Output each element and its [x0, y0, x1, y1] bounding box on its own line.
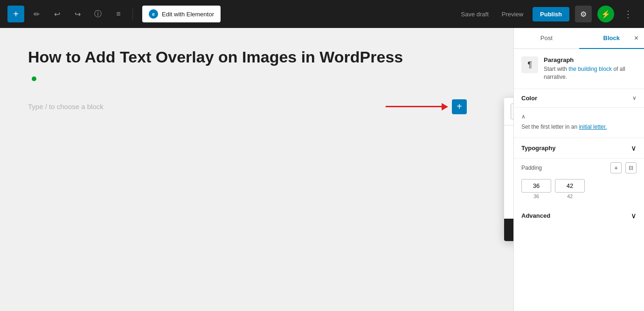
block-item-heading[interactable]: H Heading: [508, 173, 513, 211]
size-input-wrap-1: 36: [521, 179, 551, 199]
info-button[interactable]: ⓘ: [90, 6, 106, 22]
block-inserter-popup: ⌕ ¶ Paragraph [/] Shortcode: [504, 98, 513, 241]
tools-icon: ≡: [116, 10, 120, 18]
advanced-chevron-icon: ∨: [631, 211, 637, 220]
plus-icon: +: [13, 9, 19, 20]
save-draft-button[interactable]: Save draft: [457, 8, 492, 21]
plus-icon: +: [457, 101, 462, 112]
panel-content: ¶ Paragraph Start with the building bloc…: [514, 49, 644, 311]
block-info-section: ¶ Paragraph Start with the building bloc…: [514, 49, 644, 89]
tab-post[interactable]: Post: [514, 28, 579, 49]
drop-cap-description: Set the first letter in an initial lette…: [521, 124, 637, 130]
size-inputs-row: 36 42: [514, 177, 644, 205]
redo-button[interactable]: ↪: [69, 6, 86, 22]
performance-button[interactable]: ⚡: [597, 6, 614, 22]
post-title[interactable]: How to Add Text Overlay on Images in Wor…: [28, 47, 410, 88]
color-section: Color ∨: [514, 89, 644, 108]
undo-icon: ↩: [54, 10, 60, 19]
size-label-1: 36: [521, 194, 551, 199]
paragraph-block-icon: ¶: [521, 56, 538, 73]
edit-with-elementor-button[interactable]: e Edit with Elementor: [142, 6, 221, 22]
placeholder-text: Type / to choose a block: [28, 103, 104, 111]
undo-button[interactable]: ↩: [48, 6, 65, 22]
arrow-indicator: [386, 103, 448, 111]
status-dot: [32, 76, 36, 81]
block-placeholder-row: Type / to choose a block + ⌕: [28, 103, 485, 111]
highlight-text: the building block: [568, 66, 612, 72]
close-icon: ×: [634, 34, 638, 42]
typography-label-row[interactable]: Typography ∨: [514, 138, 644, 159]
color-section-title: Color: [521, 95, 537, 102]
panel-close-button[interactable]: ×: [634, 34, 638, 42]
add-block-inline-button[interactable]: +: [452, 99, 467, 114]
size-label-2: 42: [555, 194, 585, 199]
padding-row: Padding + ⊟: [514, 159, 644, 177]
block-item-paragraph[interactable]: ¶ Paragraph: [508, 133, 513, 171]
inserter-blocks-grid: ¶ Paragraph [/] Shortcode: [504, 125, 513, 219]
info-icon: ⓘ: [94, 9, 102, 19]
initial-letter-link[interactable]: initial letter.: [579, 124, 607, 130]
gear-icon: ⚙: [580, 10, 587, 19]
toolbar-right: Save draft Preview Publish ⚙ ⚡ ⋮: [457, 6, 637, 22]
size-input-wrap-2: 42: [555, 179, 585, 199]
search-input-wrap: ⌕: [511, 104, 513, 119]
pen-icon: ✏: [34, 10, 40, 19]
inserter-search-row: ⌕: [504, 98, 513, 125]
preview-button[interactable]: Preview: [498, 8, 527, 21]
size-input-2[interactable]: [555, 179, 585, 193]
toolbar-divider: [132, 8, 133, 20]
add-block-toolbar-button[interactable]: +: [7, 6, 24, 22]
advanced-section[interactable]: Advanced ∨: [514, 205, 644, 227]
tools-button[interactable]: ≡: [110, 6, 127, 22]
editor-area[interactable]: How to Add Text Overlay on Images in Wor…: [0, 28, 513, 311]
typography-section: ∧ Set the first letter in an initial let…: [514, 108, 644, 138]
publish-button[interactable]: Publish: [533, 7, 569, 21]
browse-all-button[interactable]: Browse all: [504, 219, 513, 241]
color-chevron-icon: ∨: [632, 95, 637, 101]
more-icon: ⋮: [623, 8, 633, 20]
block-info-text: Paragraph Start with the building block …: [544, 56, 637, 81]
typography-content: Set the first letter in an initial lette…: [514, 120, 644, 138]
search-input[interactable]: [511, 104, 513, 119]
advanced-section-title: Advanced: [521, 212, 550, 219]
block-info-title: Paragraph: [544, 56, 637, 63]
settings-button[interactable]: ⚙: [575, 6, 592, 22]
padding-add-button[interactable]: +: [610, 162, 622, 173]
main-layout: How to Add Text Overlay on Images in Wor…: [0, 28, 644, 311]
padding-label: Padding: [521, 165, 542, 171]
block-info-desc: Start with the building block of all nar…: [544, 65, 637, 81]
main-toolbar: + ✏ ↩ ↪ ⓘ ≡ e Edit with Elementor Save d…: [0, 0, 644, 28]
typography-section-title: Typography: [521, 145, 555, 152]
elementor-btn-label: Edit with Elementor: [162, 11, 214, 18]
typography-section-header[interactable]: ∧: [514, 108, 644, 120]
elementor-icon: e: [149, 9, 158, 19]
color-section-header[interactable]: Color ∨: [514, 89, 644, 107]
arrow-line: [386, 106, 442, 107]
size-input-1[interactable]: [521, 179, 551, 193]
redo-icon: ↪: [75, 10, 81, 19]
padding-filter-button[interactable]: ⊟: [625, 162, 637, 173]
more-options-button[interactable]: ⋮: [620, 6, 637, 22]
typography-chevron-icon: ∨: [631, 144, 637, 152]
panel-tabs: Post Block ×: [514, 28, 644, 49]
pen-tool-button[interactable]: ✏: [28, 6, 45, 22]
padding-actions: + ⊟: [610, 162, 637, 173]
arrow-head: [442, 103, 448, 111]
lightning-icon: ⚡: [601, 10, 610, 19]
right-panel: Post Block × ¶ Paragraph Start with the …: [513, 28, 644, 311]
typography-up-chevron-icon: ∧: [521, 113, 526, 120]
